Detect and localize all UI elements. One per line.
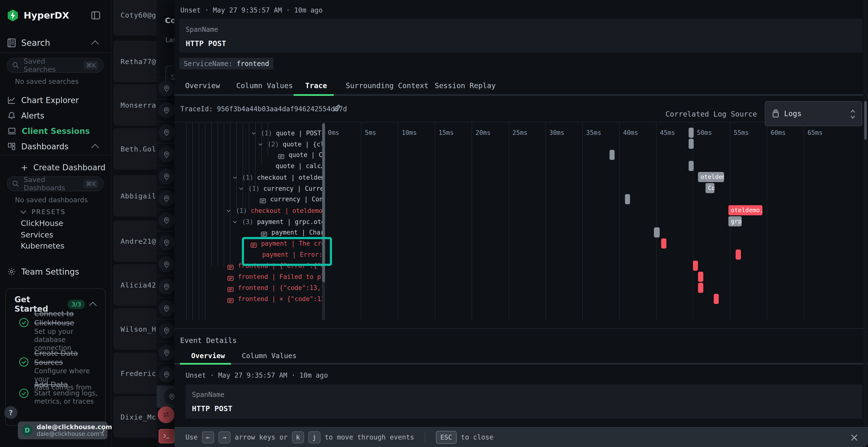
span-bar[interactable]: grp <box>728 216 742 227</box>
timeline-gridline <box>656 122 656 320</box>
span-bar[interactable]: Co <box>706 183 714 193</box>
span-bar[interactable] <box>714 294 719 304</box>
session-event-row[interactable] <box>157 341 174 364</box>
session-event-row[interactable] <box>157 319 174 342</box>
get-started-card: Get Started 3/3 Connect to ClickHouse Se… <box>5 288 105 426</box>
navigation-event-icon[interactable] <box>158 406 175 423</box>
sidebar-item-alerts[interactable]: Alerts <box>7 109 104 122</box>
arrow-left-key[interactable]: ← <box>202 431 214 443</box>
preset-services[interactable]: Services <box>21 230 53 239</box>
help-button[interactable]: ? <box>4 406 18 419</box>
chevron-down-icon[interactable] <box>231 216 238 227</box>
close-icon[interactable] <box>849 433 859 442</box>
presets-header[interactable]: PRESETS <box>21 206 103 217</box>
esc-key[interactable]: ESC <box>436 431 457 444</box>
chevron-up-icon[interactable] <box>89 302 97 309</box>
session-event-row[interactable] <box>157 77 174 100</box>
trace-tree-row[interactable]: (3) payment | grpc.oteld… <box>174 216 324 227</box>
session-event-row[interactable] <box>157 121 174 143</box>
timeline-gridline <box>693 122 693 320</box>
preset-clickhouse[interactable]: ClickHouse <box>21 219 63 228</box>
trace-tree-row[interactable]: (1) checkout | oteldemo.… <box>174 171 324 182</box>
arrow-right-key[interactable]: → <box>218 431 230 443</box>
span-bar[interactable] <box>654 227 660 238</box>
k-key[interactable]: k <box>292 431 304 443</box>
span-bar[interactable] <box>693 261 698 271</box>
session-card[interactable]: Alicia42 <box>113 264 157 306</box>
dashboards-icon <box>7 142 16 151</box>
chevron-down-icon[interactable] <box>231 171 238 182</box>
j-key[interactable]: j <box>308 431 320 443</box>
trace-tree-row[interactable]: (1) checkout | oteldemo.Pa… <box>174 205 324 216</box>
session-card[interactable]: Frederic <box>113 353 157 394</box>
sidebar-item-search[interactable]: Search <box>7 36 104 49</box>
span-bar[interactable] <box>689 139 694 149</box>
span-bar[interactable] <box>698 272 703 282</box>
get-started-step-1[interactable]: Connect to ClickHouse Set up your databa… <box>34 309 105 352</box>
span-bar[interactable]: oteldemo. <box>728 205 763 215</box>
sidebar-item-client-sessions[interactable]: Client Sessions <box>7 124 104 138</box>
session-card[interactable]: Wilson_H <box>113 308 157 350</box>
trace-tree-row[interactable]: frontend | × {"code":13,"d… <box>174 294 324 304</box>
trace-tree-row[interactable]: (1) quote | POST … <box>174 127 324 138</box>
console-error-icon[interactable] <box>159 429 175 443</box>
preset-kubernetes[interactable]: Kubernetes <box>21 241 64 250</box>
session-event-row[interactable] <box>157 363 174 386</box>
timeline-gridline <box>804 122 804 320</box>
session-event-row[interactable] <box>157 143 174 166</box>
trace-tree-row[interactable]: quote | C… <box>174 149 324 161</box>
trace-tree-row[interactable]: currency | Conv… <box>174 194 324 205</box>
session-event-row[interactable] <box>157 385 174 408</box>
collapse-sidebar-icon[interactable] <box>91 11 100 20</box>
sidebar-item-chart-explorer[interactable]: Chart Explorer <box>7 94 104 107</box>
span-bar[interactable] <box>689 128 694 138</box>
session-event-row[interactable] <box>157 297 174 319</box>
session-event-row[interactable] <box>157 187 174 209</box>
span-bar[interactable] <box>689 161 694 171</box>
trace-tree-row[interactable]: frontend | Failed to place… <box>174 271 324 282</box>
saved-searches-input[interactable]: Saved Searches ⌘K <box>7 58 104 73</box>
trace-tree-row[interactable]: payment | Charge … <box>174 227 324 238</box>
drawer-scrollbar[interactable] <box>863 0 867 427</box>
session-card[interactable]: Dixie_Mc <box>113 396 157 438</box>
session-event-row[interactable] <box>157 275 174 298</box>
session-event-row[interactable] <box>157 231 174 253</box>
timeline-tick-label: 35ms <box>586 129 601 136</box>
span-bar[interactable] <box>698 283 703 293</box>
span-bar[interactable] <box>661 238 666 248</box>
check-circle-icon <box>19 317 29 328</box>
trace-drawer: Unset · May 27 9:35:57 AM · 10m ago Span… <box>174 0 868 447</box>
trace-tree-row[interactable]: quote | calc… <box>174 161 324 171</box>
event-details-tab-column-values[interactable]: Column Values <box>242 352 297 360</box>
create-dashboard-button[interactable]: + Create Dashboard <box>21 161 117 174</box>
session-card[interactable]: Abbigail <box>113 175 157 216</box>
session-event-row[interactable] <box>157 99 174 122</box>
span-bar[interactable] <box>610 150 615 160</box>
session-card[interactable]: Coty60@g <box>113 0 157 36</box>
chevron-down-icon[interactable] <box>250 127 257 138</box>
session-card[interactable]: Retha77@ <box>113 41 157 82</box>
sidebar-item-team-settings[interactable]: Team Settings <box>7 265 104 278</box>
trace-tree-row[interactable]: (1) currency | Currenc… <box>174 182 324 194</box>
session-event-row[interactable] <box>157 253 174 276</box>
user-profile-chip[interactable]: D dale@clickhouse.com dale@clickhouse.co… <box>18 421 107 439</box>
chevron-down-icon[interactable] <box>257 138 264 149</box>
location-pin-icon <box>159 235 174 250</box>
sidebar-item-dashboards[interactable]: Dashboards <box>7 140 104 153</box>
trace-tree-row[interactable]: frontend | {"code":13,"det… <box>174 282 324 294</box>
session-card[interactable]: Beth.Gol <box>113 128 157 170</box>
trace-tree-row[interactable]: (2) quote | {cl… <box>174 138 324 149</box>
event-details-tab-overview[interactable]: Overview <box>191 352 225 360</box>
drawer-scrollbar-thumb[interactable] <box>864 101 867 140</box>
chevron-down-icon[interactable] <box>225 205 232 216</box>
span-bar[interactable] <box>736 249 741 260</box>
get-started-step-3[interactable]: Add Data Start sending logs, metrics, or… <box>34 380 98 406</box>
span-bar[interactable]: oteldemo.C <box>698 172 724 182</box>
session-event-row[interactable] <box>157 209 174 232</box>
saved-dashboards-input[interactable]: Saved Dashboards ⌘K <box>7 176 104 191</box>
chevron-down-icon[interactable] <box>238 182 245 194</box>
session-event-row[interactable] <box>157 165 174 187</box>
session-card[interactable]: Andre21@ <box>113 220 157 262</box>
session-card[interactable]: Monserra <box>113 84 157 126</box>
span-bar[interactable] <box>625 194 630 204</box>
